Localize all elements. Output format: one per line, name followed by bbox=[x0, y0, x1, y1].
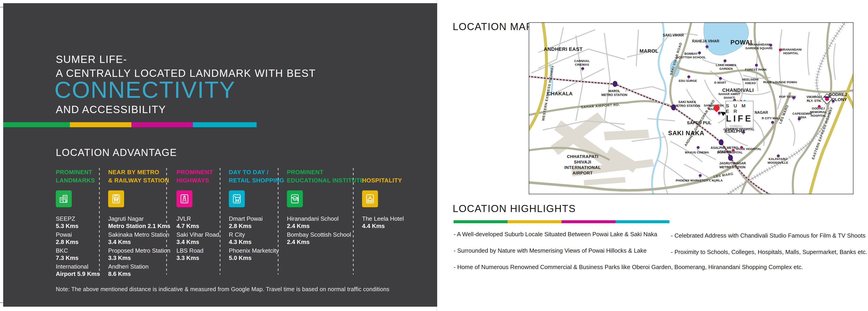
hospital-pin-icon bbox=[740, 146, 743, 149]
advantage-entry: Saki Vihar Road3.4 Kms bbox=[177, 231, 219, 246]
advantage-entry-list: SEEPZ5.3 KmsPowai2.8 KmsBKC7.3 KmsIntern… bbox=[56, 215, 100, 278]
metro-station-icon bbox=[671, 105, 676, 110]
poi-pin-icon bbox=[777, 154, 780, 158]
entry-distance: 2.4 Kms bbox=[287, 238, 364, 246]
logo-name-bottom: LIFE bbox=[726, 114, 753, 123]
advantage-column: PROMINENT HIGHWAYSJVLR4.7 KmsSaki Vihar … bbox=[177, 166, 219, 263]
color-bar-segment bbox=[454, 220, 507, 223]
entry-name: SEEPZ bbox=[56, 215, 100, 222]
poi-pin-icon bbox=[769, 44, 772, 47]
entry-name: Bombay Scottish School bbox=[287, 231, 364, 238]
color-bar-segment bbox=[561, 220, 616, 223]
entry-name: Andheri Station bbox=[108, 263, 170, 270]
poi-pin-icon bbox=[724, 59, 726, 62]
logo-color-dots bbox=[734, 100, 745, 101]
entry-distance: 4.4 Kms bbox=[362, 222, 404, 230]
advantage-entry: Bombay Scottish School2.4 Kms bbox=[287, 231, 364, 246]
color-bar-segment bbox=[3, 122, 70, 127]
poi-pin-icon bbox=[719, 77, 722, 80]
poi-pin-icon bbox=[687, 76, 690, 79]
advantage-column-heading: PROMINENT HIGHWAYS bbox=[177, 166, 219, 185]
advantage-entry: Phoenix Marketcity5.0 Kms bbox=[229, 247, 284, 261]
map-area-label: SAKI VIHAR bbox=[663, 33, 684, 37]
map-area-label: MAROL bbox=[640, 48, 658, 54]
entry-distance: 3.3 Kms bbox=[108, 254, 170, 261]
entry-distance: 4.7 Kms bbox=[177, 222, 219, 230]
entry-name: LBS Road bbox=[177, 247, 219, 254]
column-separator bbox=[166, 168, 167, 275]
poi-pin-icon bbox=[706, 46, 708, 48]
map-poi-label: NEELSIDHI ANEXO bbox=[742, 78, 758, 85]
metro-station-icon bbox=[613, 81, 617, 87]
graduation-cap-icon bbox=[287, 190, 303, 207]
entry-distance: 5.0 Kms bbox=[229, 254, 284, 261]
highlight-item: - Proximity to Schools, Colleges, Hospit… bbox=[671, 248, 867, 256]
column-separator bbox=[353, 168, 353, 275]
map-area-label: SAFED PUL bbox=[687, 120, 712, 125]
map-poi-label: VIVEK HOSPITAL bbox=[736, 147, 762, 151]
advantage-entry: SEEPZ5.3 Kms bbox=[56, 215, 100, 230]
map-poi-label: NAHAR AMRIT SHAKTI bbox=[718, 92, 740, 100]
map-area-label: GODREJ COLONY bbox=[829, 92, 847, 102]
poi-pin-icon bbox=[742, 131, 745, 134]
map-heading: LOCATION MAP bbox=[453, 21, 533, 32]
entry-distance: Airport 5.9 Kms bbox=[56, 270, 100, 278]
advantage-entry-list: Dmart Powai2.8 KmsR City4.3 KmsPhoenix M… bbox=[229, 215, 284, 261]
map-area-label: RAHEJA VIHAR bbox=[692, 39, 719, 43]
advantage-entry: R City4.3 Kms bbox=[229, 231, 284, 246]
entry-name: JVLR bbox=[177, 215, 219, 222]
advantage-column-heading: DAY TO DAY / RETAIL SHOPPING bbox=[229, 166, 284, 185]
entry-distance: 2.8 Kms bbox=[56, 238, 100, 246]
entry-distance: 7.3 Kms bbox=[56, 254, 100, 261]
entry-distance: 5.3 Kms bbox=[56, 222, 100, 230]
entry-name: Hiranandani School bbox=[287, 215, 364, 222]
poi-pin-icon bbox=[771, 121, 774, 124]
map-poi-label: CARNIVAL CINEMAS bbox=[574, 59, 590, 66]
entry-name: R City bbox=[229, 231, 284, 238]
map-area-label: ANDHERI EAST bbox=[544, 46, 583, 52]
crop-mark-bottom bbox=[0, 302, 3, 303]
color-bar bbox=[3, 122, 257, 127]
logo-name-top: S U M E R bbox=[726, 103, 753, 114]
advantage-entry: Powai2.8 Kms bbox=[56, 231, 100, 246]
map-poi-label: CAPEGEMINI INDIA bbox=[793, 112, 812, 119]
advantage-column-heading: PROMINENT LANDMARKS bbox=[56, 166, 100, 185]
advantage-entry: Andheri Station8.6 Kms bbox=[108, 263, 170, 278]
entry-distance: Metro Station 2.1 Kms bbox=[108, 222, 170, 230]
entry-distance: 3.4 Kms bbox=[177, 238, 219, 246]
map-poi-label: FOREST PARK bbox=[745, 68, 767, 72]
highway-icon bbox=[177, 190, 192, 207]
advantage-entry: Sakinaka Metro Station3.4 Kms bbox=[108, 231, 170, 246]
metro-station-icon bbox=[719, 139, 724, 145]
hospital-pin-icon bbox=[732, 149, 735, 152]
advantage-column: PROMINENT LANDMARKSSEEPZ5.3 KmsPowai2.8 … bbox=[56, 166, 100, 279]
entry-distance: 4.3 Kms bbox=[229, 238, 284, 246]
advantage-entry-list: JVLR4.7 KmsSaki Vihar Road3.4 KmsLBS Roa… bbox=[177, 215, 219, 261]
color-bar-segment bbox=[193, 122, 257, 127]
entry-name: Powai bbox=[56, 231, 100, 238]
entry-name: Saki Vihar Road bbox=[177, 231, 219, 238]
entry-name: Jagruti Nagar bbox=[108, 215, 170, 222]
highlight-item: - A Well-developed Suburb Locale Situate… bbox=[454, 230, 657, 238]
title-line-3: AND ACCESSIBILITY bbox=[56, 104, 166, 115]
logo-dot bbox=[741, 100, 742, 101]
advantage-entry: Dmart Powai2.8 Kms bbox=[229, 215, 284, 230]
map-poi-label: R CITY MALL bbox=[762, 116, 781, 120]
column-separator bbox=[278, 168, 278, 275]
map-station-label: SAKI NAKA METRO STATION bbox=[674, 100, 700, 108]
entry-name: BKC bbox=[56, 247, 100, 254]
poi-pin-icon bbox=[755, 64, 758, 67]
entry-name: Proposed Metro Station bbox=[108, 247, 170, 254]
map-poi-label: EDU SURGE bbox=[679, 79, 697, 83]
highlights-heading: LOCATION HIGHLIGHTS bbox=[453, 203, 576, 214]
advantage-column: NEAR BY METRO & RAILWAY STATIONJagruti N… bbox=[108, 166, 170, 279]
brochure-spread: { "left_panel": { "title_line1": "SUMER … bbox=[0, 0, 868, 311]
entry-distance: 3.3 Kms bbox=[177, 254, 219, 261]
title-line-1: SUMER LIFE- bbox=[56, 53, 127, 65]
color-bar-segment bbox=[507, 220, 561, 223]
footnote: Note: The above mentioned distance is in… bbox=[56, 286, 390, 292]
map-poi-label: RUDE LOUNGE POWAI bbox=[763, 81, 797, 84]
advantage-entry: The Leela Hotel4.4 Kms bbox=[362, 215, 404, 230]
left-panel: SUMER LIFE- A CENTRALLY LOCATED LANDMARK… bbox=[3, 3, 437, 307]
title-highlight: CONNECTIVITY bbox=[55, 78, 236, 102]
